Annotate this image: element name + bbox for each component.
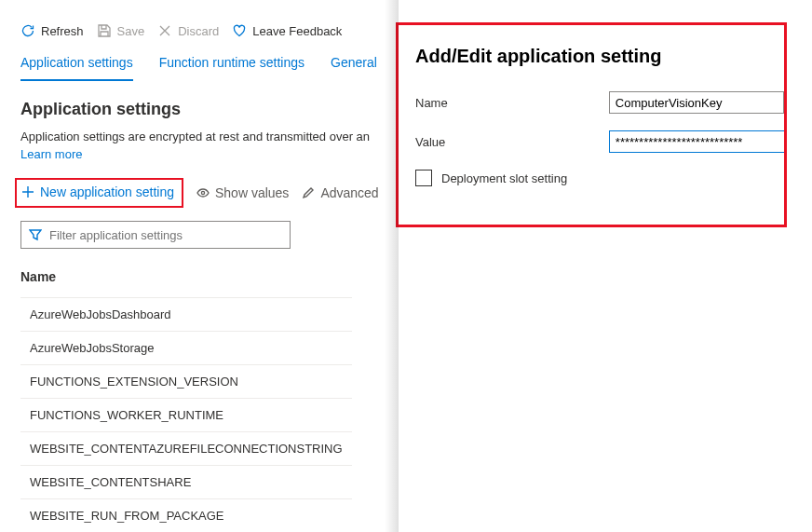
pencil-icon bbox=[302, 186, 315, 199]
discard-label: Discard bbox=[178, 24, 219, 38]
name-input[interactable] bbox=[609, 91, 784, 114]
table-row[interactable]: WEBSITE_CONTENTAZUREFILECONNECTIONSTRING bbox=[20, 431, 352, 465]
new-setting-button[interactable]: New application setting bbox=[21, 184, 174, 199]
value-input[interactable] bbox=[609, 130, 784, 153]
add-edit-panel: Add/Edit application setting Name Value … bbox=[396, 22, 787, 227]
value-label: Value bbox=[415, 135, 609, 149]
tab-general[interactable]: General bbox=[331, 51, 377, 81]
filter-icon bbox=[29, 228, 42, 241]
advanced-label: Advanced bbox=[320, 185, 378, 200]
table-row[interactable]: WEBSITE_CONTENTSHARE bbox=[20, 465, 352, 498]
filter-box[interactable] bbox=[20, 221, 291, 249]
new-setting-label: New application setting bbox=[40, 184, 174, 199]
eye-icon bbox=[196, 186, 210, 199]
refresh-icon bbox=[20, 23, 35, 38]
table-row[interactable]: AzureWebJobsDashboard bbox=[20, 297, 352, 331]
slot-checkbox[interactable] bbox=[415, 170, 432, 186]
svg-point-0 bbox=[201, 192, 204, 195]
refresh-label: Refresh bbox=[41, 24, 84, 38]
save-button[interactable]: Save bbox=[97, 23, 155, 38]
heart-icon bbox=[232, 23, 247, 38]
discard-icon bbox=[157, 23, 172, 38]
show-values-label: Show values bbox=[215, 185, 289, 200]
table-header-name: Name bbox=[20, 269, 352, 297]
table-row[interactable]: AzureWebJobsStorage bbox=[20, 331, 352, 364]
name-row: Name bbox=[415, 91, 784, 114]
slot-label: Deployment slot setting bbox=[441, 171, 567, 185]
panel-title: Add/Edit application setting bbox=[415, 46, 784, 67]
settings-table: Name AzureWebJobsDashboard AzureWebJobsS… bbox=[0, 249, 372, 532]
highlight-new-setting: New application setting bbox=[15, 178, 183, 208]
save-icon bbox=[97, 23, 112, 38]
table-row[interactable]: FUNCTIONS_EXTENSION_VERSION bbox=[20, 364, 352, 398]
refresh-button[interactable]: Refresh bbox=[20, 23, 93, 38]
table-row[interactable]: FUNCTIONS_WORKER_RUNTIME bbox=[20, 398, 352, 431]
advanced-button[interactable]: Advanced bbox=[302, 185, 378, 200]
filter-input[interactable] bbox=[49, 228, 282, 242]
show-values-button[interactable]: Show values bbox=[196, 185, 289, 200]
feedback-button[interactable]: Leave Feedback bbox=[232, 23, 351, 38]
name-label: Name bbox=[415, 96, 609, 110]
slot-row: Deployment slot setting bbox=[415, 170, 784, 186]
table-row[interactable]: WEBSITE_RUN_FROM_PACKAGE bbox=[20, 498, 352, 532]
plus-icon bbox=[21, 185, 34, 198]
tab-runtime-settings[interactable]: Function runtime settings bbox=[159, 51, 304, 81]
discard-button[interactable]: Discard bbox=[157, 23, 228, 38]
tab-app-settings[interactable]: Application settings bbox=[20, 51, 133, 81]
save-label: Save bbox=[117, 24, 145, 38]
feedback-label: Leave Feedback bbox=[252, 24, 342, 38]
value-row: Value bbox=[415, 130, 784, 153]
